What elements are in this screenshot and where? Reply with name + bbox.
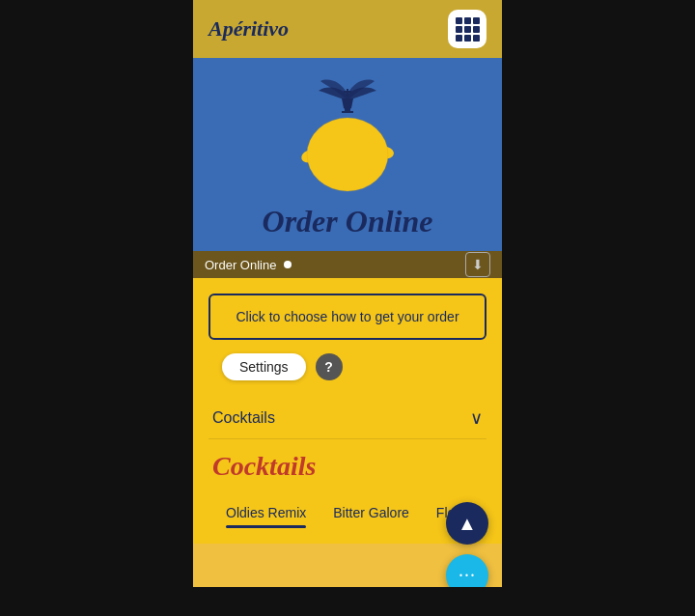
cocktail-tabs: Oldies Remix Bitter Galore Flora... › xyxy=(212,501,483,528)
header: Apéritivo xyxy=(193,0,502,58)
app-title: Apéritivo xyxy=(208,16,289,42)
breadcrumb-dot xyxy=(284,261,292,268)
download-icon[interactable]: ⬇ xyxy=(465,252,490,277)
cocktails-dropdown-label: Cocktails xyxy=(212,409,275,427)
svg-rect-1 xyxy=(342,111,353,113)
svg-rect-3 xyxy=(344,91,351,93)
breadcrumb-bar: Order Online ⬇ xyxy=(193,251,502,278)
tab-bitter-galore[interactable]: Bitter Galore xyxy=(320,501,423,528)
phone-container: Apéritivo xyxy=(193,0,502,616)
settings-button[interactable]: Settings xyxy=(222,353,306,380)
scroll-up-button[interactable]: ▲ xyxy=(446,502,488,545)
svg-point-4 xyxy=(307,118,388,191)
cocktails-dropdown[interactable]: Cocktails ∨ xyxy=(208,398,486,439)
grid-menu-button[interactable] xyxy=(448,10,486,48)
svg-rect-0 xyxy=(345,108,350,111)
bottom-strip xyxy=(193,587,502,616)
hero-title: Order Online xyxy=(263,204,433,239)
breadcrumb-text: Order Online xyxy=(205,258,276,272)
grid-icon xyxy=(456,17,480,42)
lemon-illustration xyxy=(290,68,405,193)
hero-section: Order Online xyxy=(193,58,502,251)
chevron-up-icon: ▲ xyxy=(458,513,477,535)
settings-row: Settings ? xyxy=(208,353,486,380)
chevron-down-icon: ∨ xyxy=(470,407,483,429)
main-content: Click to choose how to get your order Se… xyxy=(193,278,502,544)
cocktails-heading: Cocktails xyxy=(212,451,483,482)
help-button[interactable]: ? xyxy=(316,353,343,380)
tab-oldies-remix[interactable]: Oldies Remix xyxy=(212,501,320,528)
cocktails-section: Cocktails Oldies Remix Bitter Galore Flo… xyxy=(208,451,486,528)
order-method-button[interactable]: Click to choose how to get your order xyxy=(208,294,486,340)
